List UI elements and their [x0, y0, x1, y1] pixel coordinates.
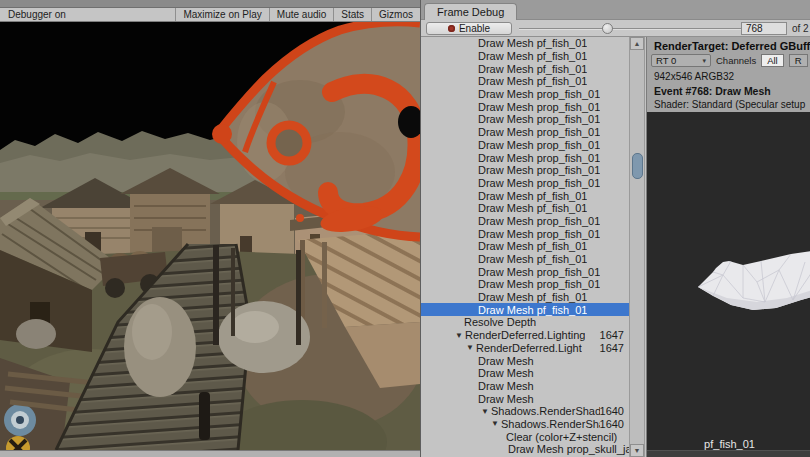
event-label: Draw Mesh prop_fish_01 [478, 126, 600, 138]
event-label: Resolve Depth [464, 316, 536, 328]
event-label: RenderDeferred.Lighting [465, 329, 585, 341]
frame-event-row[interactable]: Draw Mesh pf_fish_01 [421, 189, 629, 202]
frame-debug-toolbar: Enable 768 of 2 [421, 20, 810, 37]
slider-handle[interactable] [602, 23, 613, 34]
frame-event-row[interactable]: Resolve Depth [421, 316, 629, 329]
event-label: Draw Mesh prop_fish_01 [478, 139, 600, 151]
event-label: Shadows.RenderShadowm [491, 405, 600, 417]
frame-event-row[interactable]: Draw Mesh prop_fish_01 [421, 278, 629, 291]
event-label: Draw Mesh prop_fish_01 [478, 215, 600, 227]
toolbar-button-maximize-on-play[interactable]: Maximize on Play [175, 8, 268, 21]
frame-event-row[interactable]: Draw Mesh prop_fish_01 [421, 265, 629, 278]
frame-event-row[interactable]: Draw Mesh prop_skull_jaw_ [421, 443, 629, 456]
frame-slider[interactable] [519, 22, 756, 35]
scroll-up-arrow-icon[interactable]: ▲ [630, 37, 644, 50]
event-label: Draw Mesh prop_fish_01 [478, 228, 600, 240]
event-list-scrollbar[interactable]: ▲ ▼ [629, 37, 645, 457]
frame-event-row[interactable]: Draw Mesh prop_fish_01 [421, 126, 629, 139]
render-target-size: 942x546 ARGB32 [654, 71, 734, 82]
frame-event-row[interactable]: Draw Mesh prop_fish_01 [421, 113, 629, 126]
event-label: RenderDeferred.Light [476, 342, 582, 354]
frame-event-row[interactable]: Draw Mesh prop_fish_01 [421, 215, 629, 228]
event-count: 1647 [600, 342, 629, 354]
frame-total-label: of 2 [792, 23, 809, 34]
event-label: Draw Mesh [478, 393, 534, 405]
unity-editor-window: Debugger on Maximize on PlayMute audioSt… [0, 0, 810, 457]
frame-event-row[interactable]: Draw Mesh [421, 392, 629, 405]
preview-bottom-strip [647, 450, 810, 457]
frame-event-list: Draw Mesh pf_fish_01Draw Mesh pf_fish_01… [421, 37, 629, 457]
frame-number-field[interactable]: 768 [741, 22, 787, 35]
frame-event-row[interactable]: Draw Mesh prop_fish_01 [421, 164, 629, 177]
frame-event-row[interactable]: Draw Mesh pf_fish_01 [421, 303, 629, 316]
event-label: Draw Mesh prop_fish_01 [478, 152, 600, 164]
event-label: Clear (color+Z+stencil) [506, 431, 617, 443]
event-label: Draw Mesh prop_fish_01 [478, 266, 600, 278]
frame-event-row[interactable]: Draw Mesh [421, 354, 629, 367]
event-label: Shadows.RenderShadow [501, 418, 600, 430]
frame-event-row[interactable]: ▼Shadows.RenderShadowm1640 [421, 405, 629, 418]
frame-event-row[interactable]: Draw Mesh prop_fish_01 [421, 88, 629, 101]
event-label: Draw Mesh pf_fish_01 [478, 253, 587, 265]
scrollbar-thumb[interactable] [632, 153, 643, 179]
event-title: Event #768: Draw Mesh [654, 85, 771, 97]
game-view-top-strip [0, 0, 420, 8]
toolbar-button-mute-audio[interactable]: Mute audio [269, 8, 333, 21]
game-viewport[interactable] [0, 22, 420, 450]
event-label: Draw Mesh pf_fish_01 [478, 291, 587, 303]
event-label: Draw Mesh prop_fish_01 [478, 101, 600, 113]
tab-frame-debug[interactable]: Frame Debug [424, 3, 517, 20]
channel-r-button[interactable]: R [789, 54, 808, 67]
record-icon [448, 25, 455, 32]
foldout-triangle-icon[interactable]: ▼ [481, 407, 491, 416]
event-count: 1647 [600, 329, 629, 341]
event-label: Draw Mesh [478, 355, 534, 367]
frame-event-row[interactable]: Draw Mesh pf_fish_01 [421, 62, 629, 75]
frame-event-row[interactable]: Draw Mesh pf_fish_01 [421, 50, 629, 63]
frame-event-row[interactable]: Draw Mesh pf_fish_01 [421, 202, 629, 215]
frame-event-row[interactable]: Draw Mesh pf_fish_01 [421, 75, 629, 88]
event-label: Draw Mesh [478, 380, 534, 392]
game-view-bottom-strip [0, 450, 420, 457]
frame-event-row[interactable]: Draw Mesh pf_fish_01 [421, 240, 629, 253]
frame-event-row[interactable]: Draw Mesh prop_fish_01 [421, 151, 629, 164]
frame-event-row[interactable]: Draw Mesh pf_fish_01 [421, 253, 629, 266]
toolbar-button-gizmos[interactable]: Gizmos [371, 8, 420, 21]
toolbar-button-stats[interactable]: Stats [333, 8, 371, 21]
frame-debugger-window: Frame Debug Enable 768 of 2 Draw Mesh pf… [420, 0, 810, 457]
shader-line: Shader: Standard (Specular setup [654, 99, 805, 110]
foldout-triangle-icon[interactable]: ▼ [455, 331, 465, 340]
frame-event-row[interactable]: Draw Mesh pf_fish_01 [421, 291, 629, 304]
frame-event-row[interactable]: Draw Mesh prop_fish_01 [421, 177, 629, 190]
frame-event-row[interactable]: Draw Mesh prop_fish_01 [421, 100, 629, 113]
event-label: Draw Mesh pf_fish_01 [478, 63, 587, 75]
rt-selector-dropdown[interactable]: RT 0 ▾ [651, 54, 711, 67]
foldout-triangle-icon[interactable]: ▼ [466, 343, 476, 352]
fish-eye-ring [271, 125, 307, 161]
channels-label: Channels [716, 55, 756, 66]
channel-all-button[interactable]: All [761, 54, 784, 67]
frame-event-row[interactable]: ▼RenderDeferred.Lighting1647 [421, 329, 629, 342]
frame-event-row[interactable]: Draw Mesh prop_fish_01 [421, 227, 629, 240]
frame-event-row[interactable]: Draw Mesh [421, 380, 629, 393]
frame-event-row[interactable]: Clear (color+Z+stencil) [421, 430, 629, 443]
preview-mesh-name: pf_fish_01 [647, 438, 810, 450]
scroll-down-arrow-icon[interactable]: ▼ [630, 444, 644, 457]
frame-event-row[interactable]: Draw Mesh [421, 367, 629, 380]
enable-button[interactable]: Enable [426, 22, 512, 35]
frame-event-row[interactable]: ▼RenderDeferred.Light1647 [421, 342, 629, 355]
event-label: Draw Mesh prop_fish_01 [478, 164, 600, 176]
rt-selector-value: RT 0 [656, 55, 676, 66]
event-count: 1640 [600, 418, 629, 430]
frame-event-row[interactable]: ▼Shadows.RenderShadow1640 [421, 418, 629, 431]
frame-event-row[interactable]: Draw Mesh prop_fish_01 [421, 139, 629, 152]
event-label: Draw Mesh prop_fish_01 [478, 278, 600, 290]
foldout-triangle-icon[interactable]: ▼ [491, 419, 501, 428]
event-label: Draw Mesh pf_fish_01 [478, 304, 587, 316]
frame-event-row[interactable]: Draw Mesh pf_fish_01 [421, 37, 629, 50]
blue-shield [4, 404, 36, 436]
preview-fish-mesh [698, 251, 810, 310]
mesh-preview[interactable]: pf_fish_01 [647, 112, 810, 457]
debugger-status-label[interactable]: Debugger on [0, 9, 74, 20]
slider-track[interactable] [519, 28, 756, 30]
